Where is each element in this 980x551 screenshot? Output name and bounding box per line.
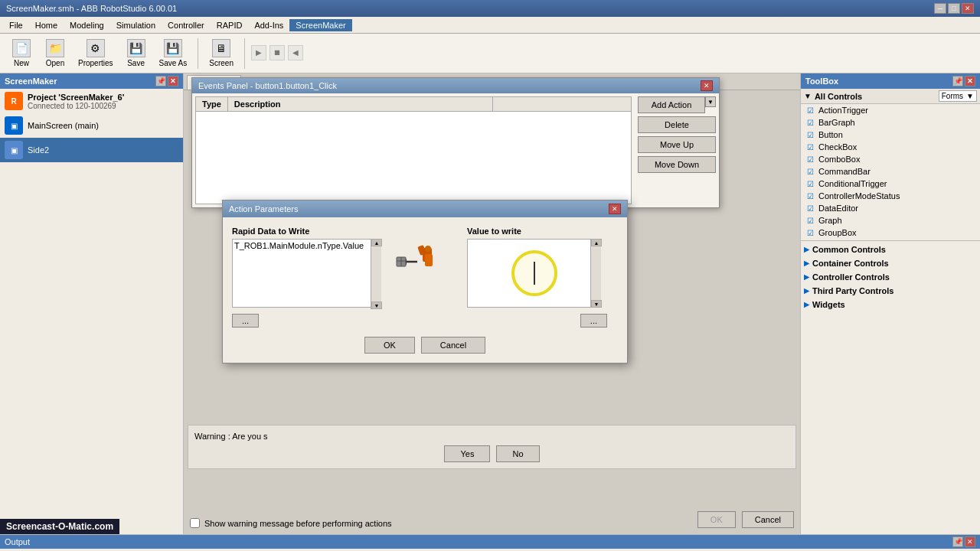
- toolbar-screen[interactable]: 🖥 Screen: [204, 37, 238, 69]
- value-scrollbar: ▲ ▼: [590, 239, 601, 308]
- sidebar-side2[interactable]: ▣ Side2: [0, 138, 183, 162]
- app-title: ScreenMaker.smh - ABB RobotStudio 6.00.0…: [6, 4, 177, 13]
- toolbox-commandbar[interactable]: ☑ CommandBar: [801, 165, 980, 178]
- toolbox-header: ToolBox 📌 ✕: [801, 73, 980, 89]
- toolbar-properties[interactable]: ⚙ Properties: [74, 37, 118, 69]
- menu-simulation[interactable]: Simulation: [110, 19, 162, 31]
- menu-bar: File Home Modeling Simulation Controller…: [0, 17, 980, 34]
- toolbox-sep: [801, 240, 980, 241]
- output-header: Output 📌 ✕: [0, 535, 980, 549]
- toolbox-data-editor[interactable]: ☑ DataEditor: [801, 202, 980, 214]
- val-scroll-down[interactable]: ▼: [591, 300, 602, 308]
- checkbox-icon-6: ☑: [807, 168, 814, 176]
- menu-home[interactable]: Home: [29, 19, 64, 31]
- svg-rect-3: [425, 254, 433, 266]
- val-scroll-up[interactable]: ▲: [591, 239, 602, 246]
- new-icon: 📄: [12, 39, 31, 57]
- minimize-btn[interactable]: ─: [934, 3, 946, 14]
- checkbox-icon-8: ☑: [807, 192, 814, 201]
- toolbox-pin-btn[interactable]: 📌: [952, 76, 963, 86]
- category-common[interactable]: ▶ Common Controls: [801, 243, 980, 256]
- toolbar-saveas[interactable]: 💾 Save As: [155, 37, 192, 69]
- maximize-btn[interactable]: □: [948, 3, 960, 14]
- dialog-body: Rapid Data to Write T_ROB1.MainModule.nT…: [223, 217, 627, 363]
- category-container[interactable]: ▶ Container Controls: [801, 256, 980, 270]
- screen-icon: 🖥: [212, 39, 230, 57]
- sidebar-pin-btn[interactable]: 📌: [155, 76, 166, 86]
- menu-controller[interactable]: Controller: [162, 19, 211, 31]
- robot-arrow-area: [394, 227, 455, 295]
- value-write-area[interactable]: [467, 239, 601, 308]
- triangle-common: ▶: [804, 246, 809, 253]
- robot-arrow-svg: [396, 242, 453, 280]
- project-item[interactable]: R Project 'ScreenMaker_6' Connected to 1…: [0, 89, 183, 113]
- toolbar-save[interactable]: 💾 Save: [121, 37, 152, 69]
- toolbar-new[interactable]: 📄 New: [6, 37, 37, 69]
- properties-icon: ⚙: [87, 39, 105, 57]
- left-sidebar: ScreenMaker 📌 ✕ R Project 'ScreenMaker_6…: [0, 73, 184, 534]
- category-third-party[interactable]: ▶ Third Party Controls: [801, 284, 980, 298]
- open-icon: 📁: [46, 39, 64, 57]
- forms-dropdown[interactable]: Forms ▼: [939, 90, 977, 102]
- screen-icon-main: ▣: [5, 116, 23, 135]
- toolbar-extra3: ◀: [288, 45, 303, 60]
- checkbox-icon-11: ☑: [807, 229, 814, 237]
- menu-file[interactable]: File: [3, 19, 29, 31]
- dialog-cancel-btn[interactable]: Cancel: [421, 337, 485, 354]
- rapid-small-btn[interactable]: ...: [232, 314, 259, 328]
- sidebar-close-btn[interactable]: ✕: [168, 76, 178, 86]
- category-controller[interactable]: ▶ Controller Controls: [801, 270, 980, 284]
- checkbox-icon-7: ☑: [807, 180, 814, 188]
- sidebar-header-buttons: 📌 ✕: [155, 76, 178, 86]
- svg-point-2: [425, 246, 431, 252]
- toolbox-graph[interactable]: ☑ Graph: [801, 214, 980, 227]
- dropdown-arrow-icon: ▼: [966, 92, 974, 100]
- checkbox-icon-4: ☑: [807, 143, 814, 152]
- sidebar-mainscreen[interactable]: ▣ MainScreen (main): [0, 113, 183, 138]
- all-controls-row: ▼ All Controls Forms ▼: [801, 89, 980, 104]
- watermark: Screencast-O-Matic.com: [0, 519, 119, 534]
- triangle-container: ▶: [804, 259, 809, 267]
- toolbar-open[interactable]: 📁 Open: [40, 37, 70, 69]
- output-pin-btn[interactable]: 📌: [952, 536, 963, 547]
- right-toolbox: ToolBox 📌 ✕ ▼ All Controls Forms ▼ ☑ Act…: [800, 73, 980, 534]
- toolbox-button[interactable]: ☑ Button: [801, 129, 980, 141]
- dialog-ok-btn[interactable]: OK: [364, 337, 415, 354]
- triangle-third-party: ▶: [804, 287, 809, 295]
- triangle-controller: ▶: [804, 273, 809, 281]
- menu-screenmaker[interactable]: ScreenMaker: [289, 19, 351, 31]
- toolbar-extra2: ⏹: [270, 45, 285, 60]
- rapid-data-scrollbar: ▲ ▼: [371, 239, 381, 309]
- dialog-title-bar: Action Parameters ✕: [223, 201, 627, 217]
- value-write-wrapper: ▲ ▼: [467, 239, 601, 308]
- toolbox-close-btn[interactable]: ✕: [965, 76, 975, 86]
- toolbar: 📄 New 📁 Open ⚙ Properties 💾 Save 💾 Save …: [0, 34, 980, 73]
- toolbox-checkbox[interactable]: ☑ CheckBox: [801, 141, 980, 153]
- toolbox-combobox[interactable]: ☑ ComboBox: [801, 153, 980, 165]
- triangle-icon: ▼: [804, 92, 812, 100]
- scroll-up[interactable]: ▲: [371, 239, 382, 246]
- scroll-down[interactable]: ▼: [371, 302, 382, 309]
- triangle-widgets: ▶: [804, 301, 809, 308]
- toolbox-bar-graph[interactable]: ☑ BarGraph: [801, 116, 980, 129]
- output-close-btn[interactable]: ✕: [965, 536, 975, 547]
- toolbar-sep: [198, 38, 198, 69]
- output-panel: Output 📌 ✕ Show messa i 120-100 New Scre…: [0, 534, 980, 551]
- category-widgets[interactable]: ▶ Widgets: [801, 298, 980, 311]
- dialog-close-btn[interactable]: ✕: [609, 204, 621, 214]
- rapid-data-textbox[interactable]: [232, 239, 381, 308]
- value-small-btn[interactable]: ...: [580, 314, 607, 328]
- toolbar-extra1: ▶: [251, 45, 266, 60]
- menu-rapid[interactable]: RAPID: [211, 19, 249, 31]
- toolbox-groupbox[interactable]: ☑ GroupBox: [801, 227, 980, 239]
- yellow-circle: [511, 250, 557, 296]
- menu-modeling[interactable]: Modeling: [64, 19, 110, 31]
- toolbox-controller-mode-status[interactable]: ☑ ControllerModeStatus: [801, 190, 980, 202]
- action-parameters-dialog: Action Parameters ✕ Rapid Data to Write …: [222, 200, 628, 364]
- menu-addins[interactable]: Add-Ins: [248, 19, 289, 31]
- main-layout: ScreenMaker 📌 ✕ R Project 'ScreenMaker_6…: [0, 73, 980, 534]
- toolbox-action-trigger[interactable]: ☑ ActionTrigger: [801, 104, 980, 116]
- toolbox-conditional-trigger[interactable]: ☑ ConditionalTrigger: [801, 178, 980, 190]
- close-btn[interactable]: ✕: [962, 3, 974, 14]
- center-panel: 1801_Ba Title Warning : Are you s Yes No: [184, 73, 800, 534]
